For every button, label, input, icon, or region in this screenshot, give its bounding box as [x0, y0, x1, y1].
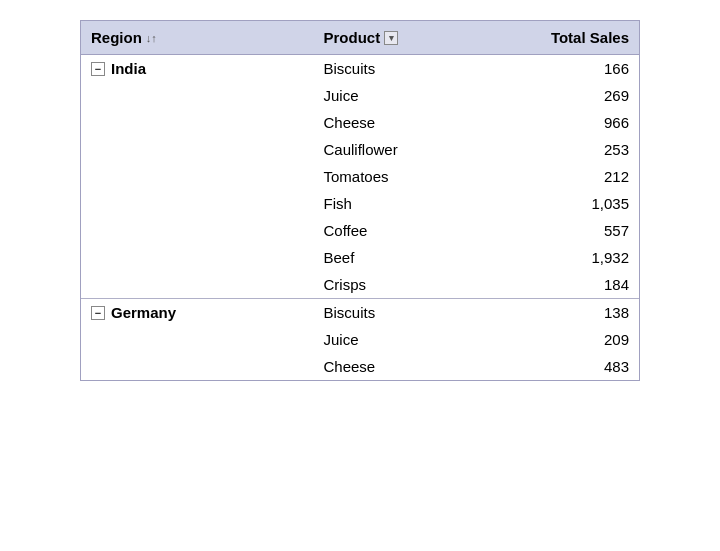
- product-cell: Biscuits: [314, 299, 500, 327]
- product-cell: Cauliflower: [314, 136, 500, 163]
- sales-cell: 166: [500, 55, 640, 83]
- table-row: Juice269: [81, 82, 639, 109]
- region-cell: [81, 163, 314, 190]
- region-cell: [81, 353, 314, 380]
- region-header-label: Region: [91, 29, 142, 46]
- region-cell: [81, 244, 314, 271]
- table-row: −GermanyBiscuits138: [81, 299, 639, 327]
- sales-cell: 966: [500, 109, 640, 136]
- table-row: Beef1,932: [81, 244, 639, 271]
- product-cell: Tomatoes: [314, 163, 500, 190]
- table-row: Coffee557: [81, 217, 639, 244]
- table-row: −IndiaBiscuits166: [81, 55, 639, 83]
- region-column-header: Region ↓↑: [81, 21, 314, 55]
- region-name: Germany: [111, 304, 176, 321]
- sales-cell: 209: [500, 326, 640, 353]
- sales-cell: 1,035: [500, 190, 640, 217]
- region-cell: [81, 136, 314, 163]
- collapse-icon[interactable]: −: [91, 62, 105, 76]
- region-cell: [81, 326, 314, 353]
- table-row: Cheese966: [81, 109, 639, 136]
- collapse-icon[interactable]: −: [91, 306, 105, 320]
- total-sales-header-label: Total Sales: [551, 29, 629, 46]
- product-filter-icon[interactable]: ▾: [384, 31, 398, 45]
- region-cell: [81, 190, 314, 217]
- sales-cell: 1,932: [500, 244, 640, 271]
- product-cell: Juice: [314, 326, 500, 353]
- product-cell: Beef: [314, 244, 500, 271]
- region-cell: [81, 271, 314, 299]
- table-row: Tomatoes212: [81, 163, 639, 190]
- product-cell: Biscuits: [314, 55, 500, 83]
- product-column-header: Product ▾: [314, 21, 500, 55]
- table-header-row: Region ↓↑ Product ▾ Total Sales: [81, 21, 639, 55]
- total-sales-column-header: Total Sales: [500, 21, 640, 55]
- region-cell: −Germany: [81, 299, 314, 327]
- region-cell: [81, 82, 314, 109]
- table-row: Fish1,035: [81, 190, 639, 217]
- pivot-table: Region ↓↑ Product ▾ Total Sales −IndiaBi…: [80, 20, 640, 381]
- sales-cell: 184: [500, 271, 640, 299]
- sales-cell: 269: [500, 82, 640, 109]
- sales-cell: 557: [500, 217, 640, 244]
- product-cell: Juice: [314, 82, 500, 109]
- product-cell: Cheese: [314, 353, 500, 380]
- sales-cell: 483: [500, 353, 640, 380]
- product-cell: Cheese: [314, 109, 500, 136]
- table-row: Cheese483: [81, 353, 639, 380]
- sales-cell: 138: [500, 299, 640, 327]
- product-cell: Coffee: [314, 217, 500, 244]
- product-cell: Fish: [314, 190, 500, 217]
- region-cell: [81, 109, 314, 136]
- product-cell: Crisps: [314, 271, 500, 299]
- product-header-label: Product: [324, 29, 381, 46]
- region-name: India: [111, 60, 146, 77]
- table-row: Crisps184: [81, 271, 639, 299]
- sales-cell: 253: [500, 136, 640, 163]
- region-cell: −India: [81, 55, 314, 83]
- table-row: Juice209: [81, 326, 639, 353]
- sales-cell: 212: [500, 163, 640, 190]
- region-sort-icon[interactable]: ↓↑: [146, 32, 157, 44]
- table-row: Cauliflower253: [81, 136, 639, 163]
- region-cell: [81, 217, 314, 244]
